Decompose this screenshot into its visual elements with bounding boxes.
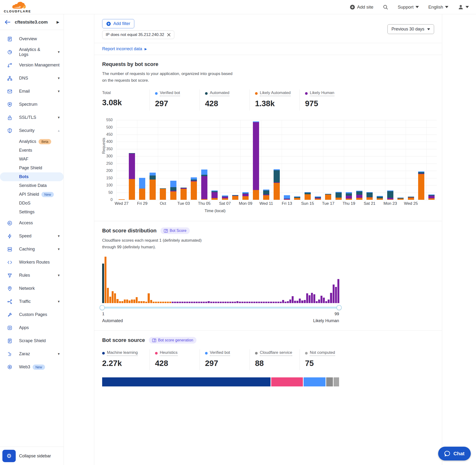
sidebar-item-settings[interactable]: Settings [0, 208, 63, 216]
site-selector[interactable]: cftestsite3.com ▶ [0, 14, 63, 30]
sidebar-item-scrape-shield[interactable]: Scrape Shield [0, 334, 63, 347]
gear-button[interactable]: ⚙ [2, 450, 16, 462]
support-menu[interactable]: Support [398, 5, 419, 10]
stat-label[interactable]: Not computed [305, 350, 335, 356]
sidebar-item-sensitive-data[interactable]: Sensitive Data [0, 181, 63, 190]
y-tick-label: 200 [102, 169, 113, 173]
add-filter-button[interactable]: Add filter [102, 19, 134, 28]
stat-label[interactable]: Heuristics [155, 350, 178, 356]
histogram-bar [176, 302, 178, 303]
y-tick-label: 300 [102, 154, 113, 158]
histogram-bar [256, 302, 258, 303]
filter-chip-close-icon[interactable] [167, 33, 171, 37]
date-range-selector[interactable]: Previous 30 days [387, 24, 434, 34]
gridline [178, 120, 179, 200]
histogram-bar [102, 264, 104, 303]
bar-segment [346, 199, 352, 200]
slider-handle-max[interactable] [337, 305, 342, 310]
histogram-bar [105, 257, 106, 303]
filter-chip[interactable]: IP does not equal 35.212.240.32 [102, 31, 174, 39]
bar-segment [274, 170, 280, 182]
sidebar-item-waf[interactable]: WAF [0, 155, 63, 164]
report-incorrect-data-link[interactable]: Report incorrect data ▶ [102, 46, 147, 52]
histogram-bar [333, 285, 335, 303]
sidebar-item-apps[interactable]: Apps [0, 321, 63, 334]
sidebar-item-web3[interactable]: Web3New [0, 360, 63, 374]
cloudflare-logo[interactable]: CLOUDFLARE [4, 1, 31, 13]
sidebar-item-network[interactable]: Network [0, 282, 63, 295]
bar-segment [305, 193, 311, 194]
histogram-bar [138, 301, 140, 303]
stat-label[interactable]: Likely Human [305, 90, 334, 96]
stacked-bar [397, 198, 404, 200]
sidebar-item-speed[interactable]: Speed▼ [0, 230, 63, 243]
sidebar-item-dns[interactable]: DNS▼ [0, 72, 63, 85]
sidebar-item-overview[interactable]: Overview [0, 32, 63, 45]
sidebar-item-spectrum[interactable]: Spectrum [0, 98, 63, 111]
collapse-sidebar-button[interactable]: Collapse sidebar [19, 454, 51, 459]
slider-track[interactable] [102, 307, 339, 308]
histogram-bar [270, 302, 272, 303]
stat-label[interactable]: Verified bot [205, 350, 230, 356]
sidebar-item-api-shield[interactable]: API ShieldNew [0, 190, 63, 199]
user-menu[interactable] [458, 4, 469, 10]
histogram-bar [229, 302, 231, 303]
back-arrow-icon[interactable] [5, 20, 11, 24]
sidebar-item-ssl-tls[interactable]: SSL/TLS▼ [0, 111, 63, 124]
histogram-bar [128, 300, 130, 303]
sidebar-item-zaraz[interactable]: Zaraz▼ [0, 347, 63, 360]
stat-label[interactable]: Machine learning [102, 350, 138, 356]
language-menu[interactable]: English [428, 5, 448, 10]
y-tick-label: 50 [102, 190, 113, 195]
chevron-up-icon: ▲ [57, 129, 60, 132]
sidebar-item-bots[interactable]: Bots [0, 172, 63, 181]
chat-button[interactable]: Chat [438, 447, 471, 460]
x-axis-label: Time (local) [205, 209, 225, 213]
stacked-bar [170, 181, 176, 200]
analytics-icon [7, 50, 12, 55]
histogram-bar [292, 296, 294, 303]
x-tick-label: Thu 19 [338, 201, 360, 206]
histogram-bar [191, 302, 193, 303]
histogram-bar [265, 302, 267, 303]
sidebar-item-page-shield[interactable]: Page Shield [0, 164, 63, 172]
histogram-bar [296, 301, 298, 303]
histogram-bar [232, 302, 233, 303]
sidebar-item-analytics[interactable]: AnalyticsBeta [0, 137, 63, 146]
sidebar-item-access[interactable]: Access [0, 216, 63, 230]
stat-value: 1.38k [255, 99, 300, 108]
stacked-bar [253, 121, 259, 200]
sidebar-item-rules[interactable]: Rules▼ [0, 269, 63, 282]
sidebar-item-workers-routes[interactable]: Workers Routes [0, 256, 63, 269]
sidebar-item-caching[interactable]: Caching▼ [0, 243, 63, 256]
sidebar-item-email[interactable]: Email▼ [0, 85, 63, 98]
search-icon[interactable] [383, 5, 388, 10]
sidebar-item-analytics-logs[interactable]: Analytics & Logs▼ [0, 45, 63, 59]
sidebar-item-custom-pages[interactable]: Custom Pages [0, 308, 63, 321]
sidebar-item-label: Web3 [19, 365, 30, 370]
bar-segment [201, 199, 207, 200]
stacked-bar [346, 192, 352, 200]
bot-score-generation-badge[interactable]: Bot score generation [149, 337, 197, 344]
stat-label[interactable]: Automated [205, 90, 229, 96]
stat-label[interactable]: Likely Automated [255, 90, 290, 96]
stat-label[interactable]: Cloudflare service [255, 350, 292, 356]
stat-label[interactable]: Verified bot [155, 90, 180, 96]
histogram-bar [107, 288, 109, 303]
sidebar-item-label: Zaraz [19, 351, 30, 356]
histogram-bar [186, 302, 188, 303]
sidebar-item-events[interactable]: Events [0, 146, 63, 155]
slider-handle-min[interactable] [100, 305, 105, 310]
bot-score-badge[interactable]: Bot Score [160, 227, 190, 234]
gridline [116, 127, 437, 128]
date-range-caret-icon [427, 28, 430, 30]
add-site-button[interactable]: Add site [350, 5, 373, 10]
sidebar-item-traffic[interactable]: Traffic▼ [0, 295, 63, 308]
histogram-bar [217, 302, 219, 303]
sidebar-item-security[interactable]: Security▲ [0, 124, 63, 137]
sidebar-item-label: Spectrum [19, 102, 37, 107]
histogram-bar [165, 302, 167, 303]
histogram-bar [280, 302, 282, 303]
sidebar-item-version-management[interactable]: Version Management [0, 59, 63, 72]
sidebar-item-ddos[interactable]: DDoS [0, 199, 63, 208]
